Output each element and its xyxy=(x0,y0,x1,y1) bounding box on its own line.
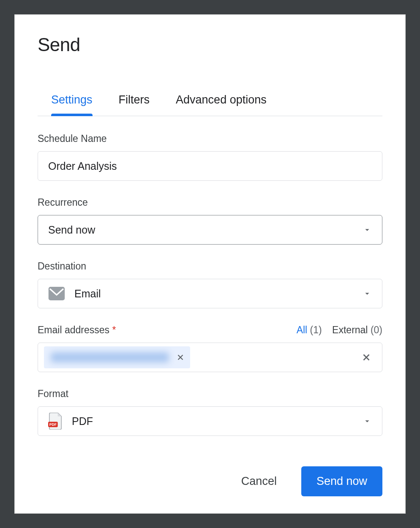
format-value: PDF xyxy=(72,415,93,427)
caret-down-icon xyxy=(363,289,372,298)
tab-bar: Settings Filters Advanced options xyxy=(38,93,382,116)
schedule-name-input[interactable] xyxy=(38,151,382,181)
remove-chip-icon[interactable] xyxy=(176,353,185,362)
caret-down-icon xyxy=(363,416,372,426)
emails-external-count: (0) xyxy=(371,324,382,335)
caret-down-icon xyxy=(363,225,372,234)
tab-settings[interactable]: Settings xyxy=(51,93,93,116)
recurrence-select[interactable]: Send now xyxy=(38,215,382,245)
cancel-button[interactable]: Cancel xyxy=(239,474,279,488)
send-dialog: Send Settings Filters Advanced options S… xyxy=(14,14,406,514)
emails-input[interactable] xyxy=(38,343,382,372)
format-select[interactable]: PDF PDF xyxy=(38,406,382,436)
format-label: Format xyxy=(38,388,382,400)
schedule-name-label: Schedule Name xyxy=(38,133,382,144)
tab-advanced[interactable]: Advanced options xyxy=(176,93,267,116)
format-row: Format PDF PDF xyxy=(38,388,382,436)
emails-filter-counts: All (1) External (0) xyxy=(297,324,382,336)
emails-filter-external[interactable]: External xyxy=(332,324,368,335)
emails-row: Email addresses * All (1) External (0) xyxy=(38,324,382,372)
recurrence-label: Recurrence xyxy=(38,197,382,208)
clear-all-icon[interactable] xyxy=(361,352,376,363)
email-icon xyxy=(48,287,65,300)
destination-label: Destination xyxy=(38,261,382,272)
emails-label-text: Email addresses xyxy=(38,324,109,335)
destination-value: Email xyxy=(74,288,101,300)
svg-rect-0 xyxy=(49,287,65,300)
tab-filters[interactable]: Filters xyxy=(119,93,150,116)
pdf-icon: PDF xyxy=(48,413,63,430)
recurrence-row: Recurrence Send now xyxy=(38,197,382,245)
recurrence-value: Send now xyxy=(48,224,95,236)
email-chip-text xyxy=(51,352,169,362)
emails-label: Email addresses * xyxy=(38,324,116,336)
send-now-button[interactable]: Send now xyxy=(301,466,382,496)
schedule-name-row: Schedule Name xyxy=(38,133,382,181)
destination-row: Destination Email xyxy=(38,261,382,308)
emails-all-count: (1) xyxy=(310,324,322,335)
dialog-footer: Cancel Send now xyxy=(38,458,382,496)
destination-select[interactable]: Email xyxy=(38,279,382,308)
emails-filter-all[interactable]: All xyxy=(297,324,308,335)
settings-form: Schedule Name Recurrence Send now Destin… xyxy=(38,116,382,436)
required-star: * xyxy=(112,324,116,335)
svg-text:PDF: PDF xyxy=(49,422,57,427)
email-chip xyxy=(44,346,190,368)
dialog-title: Send xyxy=(38,34,382,55)
